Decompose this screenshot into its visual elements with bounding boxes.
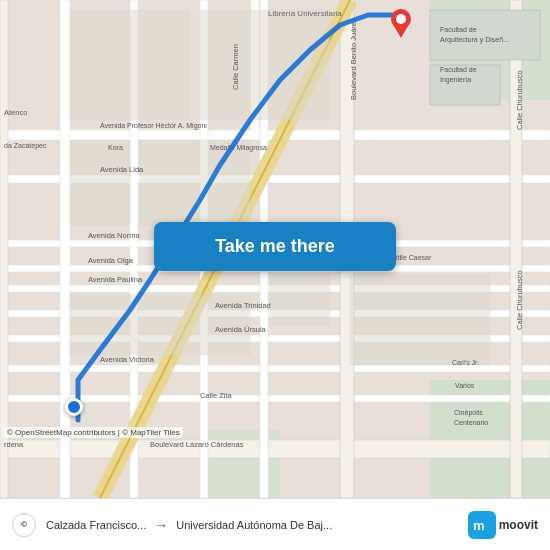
svg-text:Centenario: Centenario [454, 419, 488, 426]
svg-text:rdena: rdena [4, 440, 24, 449]
moovit-icon: m [468, 511, 496, 539]
bottom-navigation-bar: © Calzada Francisco... → Universidad Aut… [0, 498, 550, 550]
svg-text:Little Caesar: Little Caesar [392, 254, 432, 261]
destination-pin [390, 8, 410, 34]
svg-rect-27 [70, 140, 130, 225]
svg-rect-30 [270, 275, 330, 325]
svg-marker-66 [394, 26, 408, 38]
route-arrow-icon: → [154, 517, 168, 533]
svg-text:Avenida Norma: Avenida Norma [88, 231, 140, 240]
svg-text:Avenida Lida: Avenida Lida [100, 165, 144, 174]
svg-rect-12 [0, 365, 550, 372]
osm-logo: © [12, 513, 36, 537]
svg-text:Avenida Profesor Héctor A. Mig: Avenida Profesor Héctor A. Migoni [100, 122, 207, 130]
svg-rect-28 [140, 140, 250, 225]
svg-rect-25 [70, 10, 190, 120]
origin-pin [65, 398, 83, 416]
moovit-brand-text: moovit [499, 518, 538, 532]
svg-text:Avenida Olga: Avenida Olga [88, 256, 134, 265]
svg-text:da Zacatepec: da Zacatepec [4, 142, 47, 150]
moovit-logo: m moovit [468, 511, 538, 539]
svg-rect-16 [60, 0, 70, 498]
svg-text:Kora: Kora [108, 144, 123, 151]
route-destination-label: Universidad Autónoma De Baj... [176, 519, 332, 531]
svg-text:Calle Zita: Calle Zita [200, 391, 233, 400]
svg-text:Calle Churubusco: Calle Churubusco [515, 270, 524, 330]
svg-point-67 [396, 14, 406, 24]
svg-rect-32 [430, 10, 540, 60]
svg-rect-4 [0, 440, 550, 458]
svg-text:Carl's Jr.: Carl's Jr. [452, 359, 479, 366]
take-me-there-button[interactable]: Take me there [154, 222, 396, 271]
svg-text:Ingeniería: Ingeniería [440, 76, 471, 84]
svg-text:Calle Carmen: Calle Carmen [231, 44, 240, 90]
svg-rect-31 [350, 275, 490, 365]
svg-text:Facultad de: Facultad de [440, 66, 477, 73]
svg-text:Atenco: Atenco [4, 108, 27, 117]
map-view: Librería Universitaria Facultad de Arqui… [0, 0, 550, 498]
svg-text:Facultad de: Facultad de [440, 26, 477, 33]
osm-attribution: © OpenStreetMap contributors | © MapTile… [4, 427, 183, 438]
svg-text:Boulevard Benito Juárez: Boulevard Benito Juárez [349, 18, 358, 100]
svg-rect-13 [0, 395, 550, 402]
svg-text:Calle Churubusco: Calle Churubusco [515, 70, 524, 130]
app-container: Librería Universitaria Facultad de Arqui… [0, 0, 550, 550]
svg-text:Avenida Trinidad: Avenida Trinidad [215, 301, 271, 310]
svg-text:Medalla Milagrosa: Medalla Milagrosa [210, 144, 267, 152]
route-info: Calzada Francisco... → Universidad Autón… [46, 517, 458, 533]
svg-rect-15 [0, 0, 8, 498]
svg-text:Avenida Victoria: Avenida Victoria [100, 355, 155, 364]
svg-text:Cinépolis: Cinépolis [454, 409, 483, 417]
svg-text:Librería Universitaria: Librería Universitaria [268, 9, 342, 18]
svg-text:Boulevard Lázaro Cárdenas: Boulevard Lázaro Cárdenas [150, 440, 244, 449]
route-origin-label: Calzada Francisco... [46, 519, 146, 531]
svg-rect-26 [200, 10, 330, 120]
svg-text:Varios: Varios [455, 382, 475, 389]
svg-text:Avenida Úrsula: Avenida Úrsula [215, 325, 267, 334]
svg-text:Arquitectura y Diseñ...: Arquitectura y Diseñ... [440, 36, 509, 44]
svg-text:Avenida Paulina: Avenida Paulina [88, 275, 143, 284]
svg-text:m: m [473, 518, 485, 533]
